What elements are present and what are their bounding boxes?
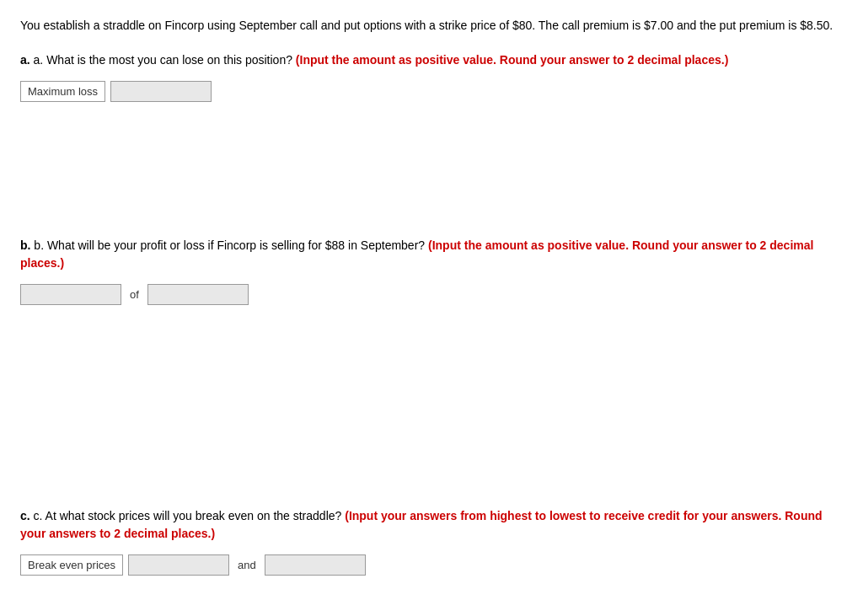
intro-text: You establish a straddle on Fincorp usin…: [20, 17, 843, 35]
question-b-block: b. b. What will be your profit or loss i…: [20, 237, 843, 305]
question-c-plain: c. At what stock prices will you break e…: [34, 509, 342, 522]
question-c-block: c. c. At what stock prices will you brea…: [20, 507, 843, 576]
maximum-loss-input[interactable]: [110, 81, 212, 102]
question-b-label: b. b. What will be your profit or loss i…: [20, 237, 843, 272]
question-b-input1[interactable]: [20, 284, 121, 305]
maximum-loss-label: Maximum loss: [20, 81, 105, 102]
and-label: and: [234, 559, 260, 571]
question-a-label: a. a. What is the most you can lose on t…: [20, 51, 843, 69]
question-b-input-row: of: [20, 284, 843, 305]
question-c-letter: c.: [20, 509, 30, 522]
question-c-label: c. c. At what stock prices will you brea…: [20, 507, 843, 543]
question-b-plain: b. What will be your profit or loss if F…: [34, 238, 425, 252]
of-label: of: [126, 288, 142, 301]
question-c-input-row: Break even prices and: [20, 554, 843, 576]
break-even-label: Break even prices: [20, 554, 123, 576]
break-even-input1[interactable]: [128, 554, 229, 576]
break-even-input2[interactable]: [265, 554, 366, 576]
question-b-input2[interactable]: [147, 284, 249, 305]
question-b-letter: b.: [20, 238, 30, 252]
question-a-instruction: (Input the amount as positive value. Rou…: [296, 53, 728, 67]
question-a-letter: a.: [20, 53, 30, 67]
question-a-input-row: Maximum loss: [20, 81, 843, 102]
question-a-block: a. a. What is the most you can lose on t…: [20, 51, 843, 102]
question-a-plain: a. What is the most you can lose on this…: [34, 53, 292, 67]
